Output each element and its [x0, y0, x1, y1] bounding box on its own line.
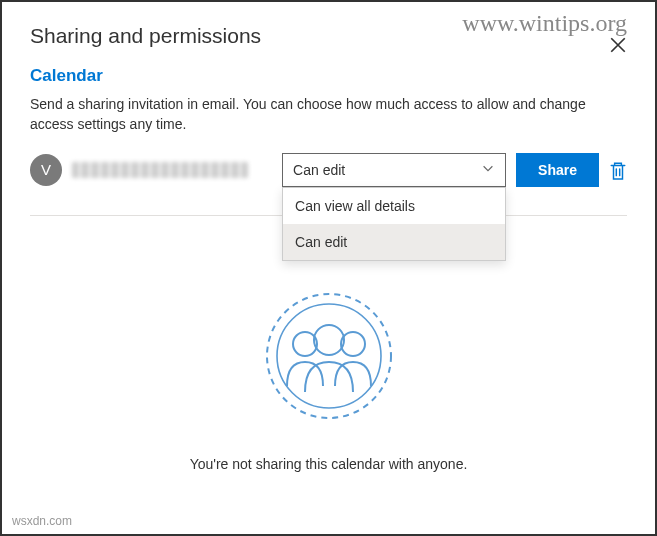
empty-state: You're not sharing this calendar with an… [30, 286, 627, 472]
delete-button[interactable] [609, 161, 627, 179]
close-icon [609, 36, 627, 54]
calendar-description: Send a sharing invitation in email. You … [30, 94, 610, 135]
sharing-permissions-panel: www.wintips.org Sharing and permissions … [2, 2, 655, 494]
footer-watermark: wsxdn.com [12, 514, 72, 528]
svg-point-2 [293, 332, 317, 356]
calendar-section-title: Calendar [30, 66, 627, 86]
permission-option-can-edit[interactable]: Can edit [283, 224, 505, 260]
permission-option-view-all[interactable]: Can view all details [283, 188, 505, 224]
avatar: V [30, 154, 62, 186]
svg-point-3 [341, 332, 365, 356]
invitee-row: V Can edit Can view all details Can edit… [30, 153, 627, 187]
svg-point-4 [314, 325, 344, 355]
chevron-down-icon [481, 161, 495, 178]
share-button[interactable]: Share [516, 153, 599, 187]
people-empty-icon [259, 286, 399, 426]
permission-dropdown[interactable]: Can edit [282, 153, 506, 187]
close-button[interactable] [609, 36, 627, 54]
permission-dropdown-value: Can edit [293, 162, 345, 178]
invitee-email [72, 162, 248, 178]
page-title: Sharing and permissions [30, 24, 627, 48]
permission-menu: Can view all details Can edit [282, 187, 506, 261]
trash-icon [609, 161, 627, 181]
empty-state-text: You're not sharing this calendar with an… [190, 456, 468, 472]
permission-dropdown-wrap: Can edit Can view all details Can edit [282, 153, 506, 187]
